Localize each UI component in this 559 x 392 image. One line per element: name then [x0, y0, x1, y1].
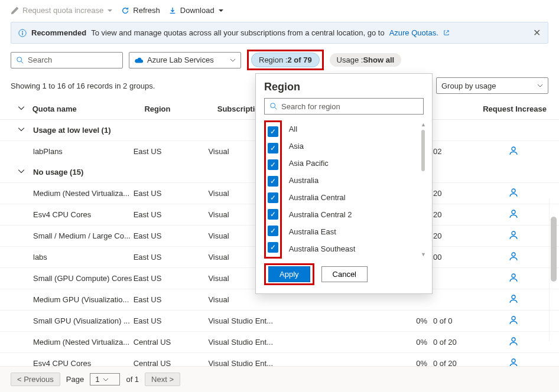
person-icon	[509, 274, 518, 284]
region-option[interactable]: Australia	[288, 172, 357, 189]
page-label: Page	[66, 375, 84, 384]
table-row[interactable]: Medium (Nested Virtualiza...Central USVi…	[0, 331, 559, 352]
region-option[interactable]: Asia Pacific	[288, 155, 357, 172]
row-region: East US	[134, 253, 209, 262]
service-select[interactable]: Azure Lab Services	[129, 52, 241, 68]
person-icon	[509, 316, 518, 326]
search-input[interactable]: Search	[11, 52, 123, 68]
close-icon[interactable]: ✕	[533, 27, 541, 38]
chevron-down-icon	[218, 8, 224, 14]
row-usage: 20	[433, 189, 479, 198]
person-icon	[509, 147, 518, 157]
request-increase-button[interactable]	[479, 146, 548, 157]
row-subscription: Visual Studio Ent...	[208, 338, 317, 347]
recommendation-text: To view and manage quotas across all you…	[91, 28, 384, 37]
page-select[interactable]: 1	[90, 373, 120, 386]
request-increase-button[interactable]	[479, 188, 548, 199]
row-region: East US	[134, 189, 209, 198]
request-increase-button[interactable]	[479, 273, 548, 284]
region-option[interactable]: Australia Central 2	[288, 206, 357, 223]
region-filter-pill[interactable]: Region : 2 of 79	[251, 53, 320, 67]
svg-point-11	[512, 316, 515, 320]
row-region: East US	[134, 231, 209, 240]
col-request[interactable]: Request Increase	[481, 104, 548, 113]
person-icon	[509, 210, 518, 220]
row-percent: 0%	[398, 338, 433, 347]
pencil-icon	[11, 6, 19, 15]
region-option[interactable]: Australia East	[288, 223, 357, 240]
svg-point-1	[22, 31, 23, 32]
cancel-button[interactable]: Cancel	[321, 266, 368, 282]
search-icon	[16, 56, 24, 64]
region-option[interactable]: Australia Southeast	[288, 240, 357, 257]
highlight-region-filter: Region : 2 of 79	[247, 50, 324, 70]
refresh-button[interactable]: Refresh	[121, 6, 160, 15]
chevron-down-icon	[537, 83, 543, 89]
scrollbar[interactable]	[549, 199, 557, 341]
checkbox[interactable]: ✓	[268, 226, 278, 236]
download-button[interactable]: Download	[168, 6, 224, 15]
checkbox[interactable]: ✓	[268, 192, 278, 203]
external-link-icon	[443, 30, 450, 36]
request-increase-button[interactable]	[479, 337, 548, 348]
person-icon	[509, 253, 518, 263]
request-increase-button[interactable]	[479, 315, 548, 326]
col-name[interactable]: Quota name	[32, 104, 145, 113]
checkbox[interactable]: ✓	[268, 209, 278, 220]
apply-button[interactable]: Apply	[268, 266, 310, 282]
svg-point-4	[512, 147, 515, 151]
download-icon	[168, 6, 177, 15]
svg-point-7	[512, 231, 515, 235]
request-increase-button[interactable]	[479, 230, 548, 241]
request-increase-button[interactable]	[479, 294, 548, 305]
next-page-button[interactable]: Next >	[145, 373, 180, 386]
region-option[interactable]: Australia Central	[288, 189, 357, 206]
usage-prefix: Usage :	[337, 55, 363, 64]
chevron-down-icon	[103, 377, 109, 383]
region-filter-prefix: Region :	[259, 55, 287, 64]
quota-name: Small / Medium / Large Co...	[33, 231, 134, 240]
chevron-down-icon[interactable]	[18, 126, 33, 135]
request-quota-label: Request quota increase	[22, 6, 103, 15]
svg-point-8	[512, 253, 515, 256]
popup-scrollbar[interactable]: ▲▼	[421, 122, 425, 257]
azure-quotas-link[interactable]: Azure Quotas.	[389, 28, 438, 37]
checkbox[interactable]: ✓	[268, 143, 278, 153]
info-icon	[18, 29, 27, 37]
quota-name: Medium (Nested Virtualiza...	[33, 338, 134, 347]
chevron-down-icon[interactable]	[18, 168, 33, 177]
person-icon	[509, 295, 518, 305]
row-region: East US	[134, 210, 209, 219]
refresh-icon	[121, 6, 129, 15]
search-placeholder: Search	[28, 55, 52, 64]
groupby-select[interactable]: Group by usage	[436, 77, 548, 94]
table-row[interactable]: Small GPU (Visualization) ...East USVisu…	[0, 310, 559, 331]
svg-point-9	[512, 274, 515, 277]
usage-value: Show all	[363, 55, 394, 64]
quota-name: labs	[33, 253, 134, 262]
checkbox[interactable]: ✓	[268, 176, 278, 187]
request-increase-button[interactable]	[479, 209, 548, 220]
usage-filter-pill[interactable]: Usage : Show all	[330, 53, 402, 67]
service-name: Azure Lab Services	[147, 55, 214, 64]
groupby-label: Group by usage	[441, 81, 496, 90]
svg-point-12	[512, 338, 515, 341]
checkbox[interactable]: ✓	[268, 242, 278, 253]
popup-title: Region	[264, 81, 424, 93]
row-region: East US	[134, 316, 209, 325]
expand-all-icon[interactable]	[18, 104, 32, 113]
request-quota-button[interactable]: Request quota increase	[11, 6, 113, 15]
prev-page-button[interactable]: < Previous	[11, 373, 60, 386]
region-search-input[interactable]: Search for region	[264, 98, 424, 115]
region-option[interactable]: All	[288, 120, 357, 138]
region-option[interactable]: Asia	[288, 138, 357, 155]
svg-point-14	[271, 103, 275, 108]
search-icon	[269, 102, 278, 110]
group-header: Usage at low level (1)	[33, 126, 111, 135]
quota-name: Small (GPU Compute) Cores	[33, 274, 134, 283]
row-region: East US	[134, 295, 209, 304]
checkbox[interactable]: ✓	[268, 159, 278, 170]
checkbox[interactable]: ✓	[268, 126, 278, 137]
col-region[interactable]: Region	[144, 104, 217, 113]
request-increase-button[interactable]	[479, 251, 548, 263]
